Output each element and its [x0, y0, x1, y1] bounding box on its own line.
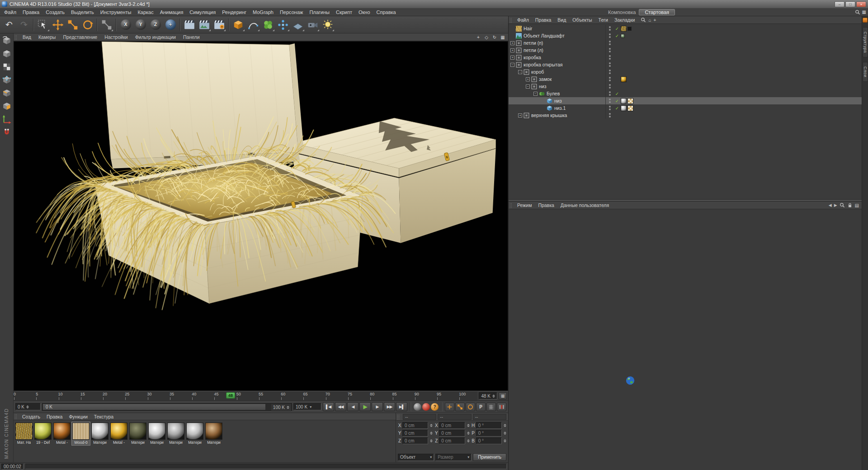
timeline-options-icon[interactable]: ▦ — [499, 392, 507, 400]
object-manager-menu-item[interactable]: Объекты — [569, 17, 595, 23]
range-slider-handle[interactable]: 0 K — [43, 404, 265, 410]
coord-value-field[interactable]: 0 ° — [476, 422, 502, 429]
enabled-check[interactable]: ✓ — [613, 91, 621, 96]
coord-value-field[interactable]: 0 cm — [439, 422, 465, 429]
viewport-menu-item[interactable]: Вид — [19, 34, 35, 40]
range-start-field[interactable]: 0 K — [15, 403, 41, 410]
object-manager-menu-item[interactable]: Файл — [514, 17, 532, 23]
object-tree-row[interactable]: +петли (п) — [509, 39, 862, 47]
y-axis-lock-button[interactable]: Y — [133, 18, 148, 32]
material-item[interactable]: Мат. Ha — [15, 422, 33, 445]
prev-frame-button[interactable]: ◀ — [347, 402, 359, 411]
material-thumbnail[interactable] — [53, 423, 71, 440]
coord-value-field[interactable]: 0 cm — [439, 430, 465, 437]
question-icon[interactable]: ? — [431, 403, 439, 411]
material-thumbnail[interactable] — [129, 423, 146, 440]
attribute-menu-item[interactable]: Правка — [535, 202, 557, 208]
goto-start-button[interactable]: ▌◀ — [323, 402, 334, 411]
object-tree-row[interactable]: −короб — [509, 68, 862, 75]
material-thumbnail[interactable] — [148, 423, 165, 440]
forward-arrow-icon[interactable]: ▶ — [834, 203, 837, 207]
enabled-check[interactable]: ✓ — [613, 106, 621, 111]
object-manager-menu-item[interactable]: Правка — [532, 17, 554, 23]
preview-range-slider[interactable]: 0 K 100 K — [42, 403, 292, 411]
coord-apply-button[interactable]: Применить — [473, 453, 506, 461]
tree-expander[interactable]: − — [518, 70, 522, 74]
record-parameter-icon[interactable]: P — [476, 403, 486, 411]
coord-column-header[interactable]: -- — [473, 414, 506, 420]
object-tree-row[interactable]: Hair✓ — [509, 25, 862, 32]
pan-view-icon[interactable]: + — [475, 34, 481, 40]
search-icon[interactable] — [840, 202, 845, 208]
attribute-menu-item[interactable]: Режим — [514, 202, 535, 208]
coord-size-dropdown[interactable]: Размер▾ — [435, 454, 472, 461]
object-tree-row[interactable]: +петли (л) — [509, 47, 862, 54]
coord-value-field[interactable]: 0 cm — [402, 430, 428, 437]
object-tree-row[interactable]: −низ — [509, 83, 862, 90]
viewport-menu-item[interactable]: Фильтр индикации — [132, 34, 179, 40]
main-menu-item[interactable]: Скрипт — [333, 9, 355, 15]
next-frame-button[interactable]: ▶ — [372, 402, 383, 411]
main-menu-item[interactable]: Персонаж — [277, 9, 306, 15]
viewport-menu-item[interactable]: Настройки — [101, 34, 132, 40]
list-icon[interactable]: ▤ — [855, 203, 859, 208]
main-menu-item[interactable]: Плагины — [306, 9, 333, 15]
tree-expander[interactable]: + — [526, 77, 530, 81]
visibility-dots[interactable] — [605, 68, 613, 75]
prev-key-button[interactable]: ◀◀ — [335, 402, 346, 411]
record-scale-icon[interactable] — [455, 403, 465, 411]
object-manager-menu-item[interactable]: Вид — [554, 17, 569, 23]
material-thumbnail[interactable] — [15, 423, 33, 440]
main-menu-item[interactable]: Анимация — [157, 9, 187, 15]
goto-end-button[interactable]: ▶▌ — [396, 402, 407, 411]
main-menu-item[interactable]: Правка — [19, 9, 42, 15]
visibility-dots[interactable] — [605, 97, 613, 104]
subdivision-surface-icon[interactable] — [261, 18, 275, 32]
render-settings-icon[interactable] — [212, 18, 226, 32]
camera-object-icon[interactable] — [306, 18, 320, 32]
coord-value-field[interactable]: 0 cm — [439, 437, 465, 444]
layout-dock-icon[interactable] — [863, 18, 868, 23]
tree-expander[interactable]: + — [518, 113, 522, 118]
viewport-menu-item[interactable]: Представление — [59, 34, 101, 40]
zoom-view-icon[interactable]: ◇ — [483, 34, 490, 40]
light-object-icon[interactable] — [321, 18, 335, 32]
add-bookmark-icon[interactable]: + — [653, 18, 656, 23]
record-rotation-icon[interactable] — [466, 403, 475, 411]
enabled-check[interactable]: ✓ — [613, 33, 621, 38]
material-item[interactable]: Metal - — [53, 422, 71, 445]
viewport-3d-scene[interactable] — [14, 42, 508, 390]
home-icon[interactable]: ⌂ — [648, 18, 651, 23]
object-tree-row[interactable]: +верхняя крышка — [509, 112, 862, 119]
material-item[interactable]: Матери — [91, 422, 109, 445]
current-frame-field[interactable]: 48 K — [479, 392, 497, 400]
rotate-view-icon[interactable]: ↻ — [491, 34, 498, 40]
tree-expander[interactable]: − — [510, 63, 514, 67]
timeline-playhead[interactable]: 48 — [226, 392, 235, 399]
material-item[interactable]: Матери — [186, 422, 204, 445]
fps-dropdown[interactable]: 100 K▾ — [293, 403, 321, 410]
main-menu-item[interactable]: Каркас — [134, 9, 156, 15]
material-tag[interactable] — [621, 34, 625, 38]
material-menu-item[interactable]: Функции — [66, 414, 90, 419]
undo-icon[interactable]: ↶ — [2, 18, 16, 32]
material-menu-item[interactable]: Создать — [19, 414, 43, 419]
material-tag[interactable] — [621, 26, 627, 32]
make-editable-icon[interactable] — [1, 35, 13, 47]
layout-grid-icon[interactable]: ▦ — [862, 9, 866, 14]
material-tag[interactable] — [627, 105, 633, 111]
panel-grip[interactable] — [509, 203, 513, 208]
polygons-mode-icon[interactable] — [1, 100, 13, 112]
main-menu-item[interactable]: Рендеринг — [219, 9, 250, 15]
viewport-3d[interactable] — [14, 41, 508, 391]
move-tool-icon[interactable] — [51, 18, 65, 32]
tree-expander[interactable]: + — [510, 48, 514, 52]
object-tree-row[interactable]: +замок — [509, 75, 862, 83]
material-item[interactable]: Матери — [167, 422, 185, 445]
main-menu-item[interactable]: Создать — [42, 9, 68, 15]
x-axis-lock-button[interactable]: X — [118, 18, 133, 32]
material-menu-item[interactable]: Правка — [43, 414, 66, 419]
back-arrow-icon[interactable]: ◀ — [829, 203, 832, 207]
main-menu-item[interactable]: Выделить — [68, 9, 97, 15]
panel-grip[interactable] — [14, 414, 18, 419]
